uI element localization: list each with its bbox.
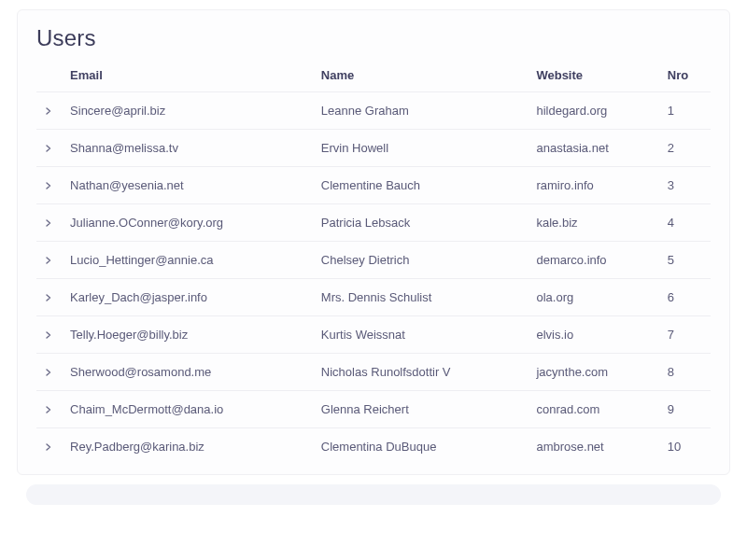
cell-name: Leanne Graham — [316, 92, 531, 130]
cell-nro: 10 — [662, 428, 711, 466]
cell-email: Rey.Padberg@karina.biz — [64, 428, 316, 466]
cell-name: Clementina DuBuque — [316, 428, 531, 466]
users-card: Users Email Name Website Nro Sincere@apr… — [17, 9, 730, 475]
footer-bar — [26, 484, 721, 505]
table-row: Julianne.OConner@kory.orgPatricia Lebsac… — [36, 204, 711, 242]
cell-website: anastasia.net — [530, 130, 661, 167]
column-header-website[interactable]: Website — [530, 61, 661, 92]
cell-name: Clementine Bauch — [316, 167, 531, 204]
chevron-right-icon[interactable] — [42, 105, 55, 118]
cell-email: Chaim_McDermott@dana.io — [64, 391, 316, 428]
cell-email: Nathan@yesenia.net — [64, 167, 316, 204]
cell-name: Nicholas Runolfsdottir V — [316, 354, 531, 391]
column-header-name[interactable]: Name — [316, 61, 531, 92]
cell-name: Ervin Howell — [316, 130, 531, 167]
cell-website: ramiro.info — [530, 167, 661, 204]
chevron-right-icon[interactable] — [42, 403, 55, 416]
chevron-right-icon[interactable] — [42, 329, 55, 342]
chevron-right-icon[interactable] — [42, 217, 55, 230]
cell-website: hildegard.org — [530, 92, 661, 130]
cell-website: conrad.com — [530, 391, 661, 428]
column-header-nro[interactable]: Nro — [662, 61, 711, 92]
cell-nro: 8 — [662, 354, 711, 391]
cell-email: Lucio_Hettinger@annie.ca — [64, 242, 316, 279]
table-row: Shanna@melissa.tvErvin Howellanastasia.n… — [36, 130, 711, 167]
users-table: Email Name Website Nro Sincere@april.biz… — [36, 61, 711, 465]
page-title: Users — [36, 25, 711, 51]
table-row: Nathan@yesenia.netClementine Bauchramiro… — [36, 167, 711, 204]
cell-website: demarco.info — [530, 242, 661, 279]
cell-email: Sherwood@rosamond.me — [64, 354, 316, 391]
chevron-right-icon[interactable] — [42, 254, 55, 267]
table-row: Rey.Padberg@karina.bizClementina DuBuque… — [36, 428, 711, 466]
table-row: Chaim_McDermott@dana.ioGlenna Reichertco… — [36, 391, 711, 428]
cell-website: ola.org — [530, 279, 661, 316]
chevron-right-icon[interactable] — [42, 142, 55, 155]
cell-website: elvis.io — [530, 316, 661, 354]
cell-name: Patricia Lebsack — [316, 204, 531, 242]
cell-nro: 7 — [662, 316, 711, 354]
table-row: Sherwood@rosamond.meNicholas Runolfsdott… — [36, 354, 711, 391]
cell-nro: 3 — [662, 167, 711, 204]
cell-email: Sincere@april.biz — [64, 92, 316, 130]
cell-website: kale.biz — [530, 204, 661, 242]
cell-nro: 6 — [662, 279, 711, 316]
chevron-right-icon[interactable] — [42, 366, 55, 379]
cell-email: Julianne.OConner@kory.org — [64, 204, 316, 242]
cell-name: Chelsey Dietrich — [316, 242, 531, 279]
cell-name: Kurtis Weissnat — [316, 316, 531, 354]
cell-nro: 5 — [662, 242, 711, 279]
chevron-right-icon[interactable] — [42, 441, 55, 454]
cell-name: Glenna Reichert — [316, 391, 531, 428]
table-row: Karley_Dach@jasper.infoMrs. Dennis Schul… — [36, 279, 711, 316]
table-row: Sincere@april.bizLeanne Grahamhildegard.… — [36, 92, 711, 130]
cell-email: Karley_Dach@jasper.info — [64, 279, 316, 316]
column-header-email[interactable]: Email — [64, 61, 316, 92]
table-row: Telly.Hoeger@billy.bizKurtis Weissnatelv… — [36, 316, 711, 354]
chevron-right-icon[interactable] — [42, 179, 55, 192]
cell-email: Shanna@melissa.tv — [64, 130, 316, 167]
cell-website: jacynthe.com — [530, 354, 661, 391]
cell-website: ambrose.net — [530, 428, 661, 466]
table-row: Lucio_Hettinger@annie.caChelsey Dietrich… — [36, 242, 711, 279]
cell-email: Telly.Hoeger@billy.biz — [64, 316, 316, 354]
cell-nro: 9 — [662, 391, 711, 428]
table-header-row: Email Name Website Nro — [36, 61, 711, 92]
cell-nro: 4 — [662, 204, 711, 242]
cell-name: Mrs. Dennis Schulist — [316, 279, 531, 316]
cell-nro: 2 — [662, 130, 711, 167]
chevron-right-icon[interactable] — [42, 291, 55, 304]
column-header-expand — [36, 61, 64, 92]
cell-nro: 1 — [662, 92, 711, 130]
